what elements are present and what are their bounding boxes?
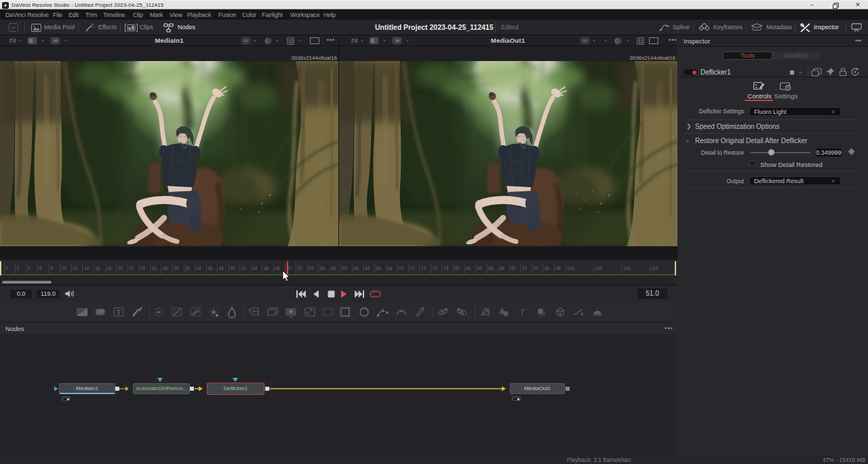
svg-text:T: T xyxy=(520,307,526,317)
svg-text:T: T xyxy=(117,308,121,316)
